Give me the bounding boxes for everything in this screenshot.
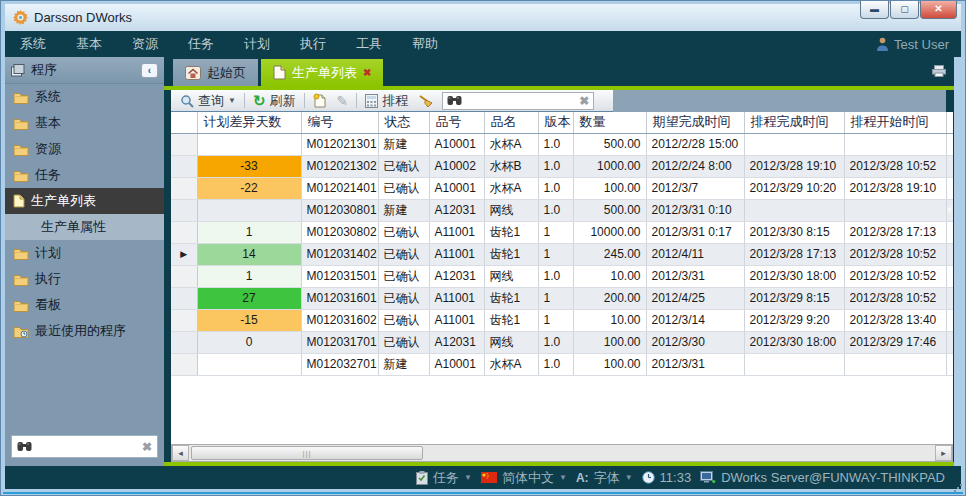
table-row[interactable]: 1M012031501已确认A12031网线1.010.002012/3/312… <box>171 265 953 287</box>
cell-item-name[interactable]: 水杯A <box>484 353 538 375</box>
cell-plan-diff-days[interactable]: 27 <box>197 287 301 309</box>
column-header-7[interactable]: 期望完成时间 <box>646 112 744 133</box>
cell-sched-finish-time[interactable]: 2012/3/29 8:15 <box>744 287 844 309</box>
cell-status[interactable]: 已确认 <box>378 287 429 309</box>
table-row[interactable]: ▶14M012031402已确认A11001齿轮11245.002012/4/1… <box>171 243 953 265</box>
cell-partial[interactable] <box>946 287 953 309</box>
table-row[interactable]: 0M012031701已确认A12031网线1.0100.002012/3/30… <box>171 331 953 353</box>
cell-sched-finish-time[interactable]: 2012/3/29 9:20 <box>744 309 844 331</box>
chevron-left-icon[interactable]: ‹ <box>141 63 158 78</box>
cell-expected-finish-time[interactable]: 2012/3/31 <box>646 265 744 287</box>
cell-version[interactable]: 1 <box>538 243 573 265</box>
cell-sched-start-time[interactable]: 2012/3/28 13:40 <box>844 309 946 331</box>
sidebar-item-0[interactable]: 系统 <box>5 84 164 110</box>
cell-quantity[interactable]: 500.00 <box>573 133 646 155</box>
cell-sched-start-time[interactable] <box>844 199 946 221</box>
chevron-down-icon[interactable]: ▼ <box>625 473 633 482</box>
row-indicator[interactable] <box>171 353 197 375</box>
sidebar-item-2[interactable]: 资源 <box>5 136 164 162</box>
scrollbar-thumb[interactable]: ||| <box>191 446 423 460</box>
cell-item-no[interactable]: A12031 <box>429 331 484 353</box>
cell-expected-finish-time[interactable]: 2012/2/24 8:00 <box>646 155 744 177</box>
row-indicator[interactable] <box>171 309 197 331</box>
cell-order-no[interactable]: M012021302 <box>301 155 378 177</box>
cell-version[interactable]: 1 <box>538 309 573 331</box>
row-indicator[interactable] <box>171 265 197 287</box>
cell-version[interactable]: 1.0 <box>538 155 573 177</box>
clean-button[interactable] <box>413 91 438 111</box>
cell-item-name[interactable]: 齿轮1 <box>484 221 538 243</box>
cell-item-no[interactable]: A10001 <box>429 353 484 375</box>
maximize-button[interactable]: ▢ <box>890 1 919 19</box>
sidebar-item-7[interactable]: 执行 <box>5 266 164 292</box>
cell-quantity[interactable]: 500.00 <box>573 199 646 221</box>
close-icon[interactable]: ✖ <box>579 94 589 108</box>
cell-expected-finish-time[interactable]: 2012/3/14 <box>646 309 744 331</box>
row-indicator[interactable] <box>171 177 197 199</box>
edit-button[interactable]: ✎ <box>332 91 354 111</box>
column-header-4[interactable]: 品名 <box>484 112 538 133</box>
cell-version[interactable]: 1.0 <box>538 265 573 287</box>
cell-item-name[interactable]: 网线 <box>484 331 538 353</box>
table-row[interactable]: M012030801新建A12031网线1.0500.002012/3/31 0… <box>171 199 953 221</box>
cell-status[interactable]: 新建 <box>378 199 429 221</box>
printer-icon[interactable] <box>932 65 946 77</box>
cell-item-name[interactable]: 齿轮1 <box>484 309 538 331</box>
cell-sched-finish-time[interactable]: 2012/3/29 10:20 <box>744 177 844 199</box>
sidebar-item-5[interactable]: 生产单属性 <box>5 214 164 240</box>
cell-status[interactable]: 新建 <box>378 133 429 155</box>
cell-expected-finish-time[interactable]: 2012/3/31 <box>646 353 744 375</box>
cell-status[interactable]: 已确认 <box>378 177 429 199</box>
cell-quantity[interactable]: 1000.00 <box>573 155 646 177</box>
cell-order-no[interactable]: M012031701 <box>301 331 378 353</box>
cell-sched-finish-time[interactable] <box>744 353 844 375</box>
cell-sched-finish-time[interactable] <box>744 133 844 155</box>
cell-order-no[interactable]: M012031602 <box>301 309 378 331</box>
cell-plan-diff-days[interactable]: -15 <box>197 309 301 331</box>
cell-quantity[interactable]: 10000.00 <box>573 221 646 243</box>
table-row[interactable]: -33M012021302已确认A10002水杯B1.01000.002012/… <box>171 155 953 177</box>
sidebar-item-9[interactable]: 最近使用的程序 <box>5 318 164 344</box>
menu-item-2[interactable]: 资源 <box>117 31 173 57</box>
cell-status[interactable]: 已确认 <box>378 243 429 265</box>
cell-partial[interactable] <box>946 265 953 287</box>
cell-item-name[interactable]: 齿轮1 <box>484 243 538 265</box>
menu-item-1[interactable]: 基本 <box>61 31 117 57</box>
cell-item-no[interactable]: A11001 <box>429 221 484 243</box>
new-button[interactable] <box>308 91 332 111</box>
cell-status[interactable]: 已确认 <box>378 155 429 177</box>
column-header-2[interactable]: 状态 <box>378 112 429 133</box>
cell-sched-start-time[interactable]: 2012/3/28 19:10 <box>844 177 946 199</box>
menu-item-3[interactable]: 任务 <box>173 31 229 57</box>
cell-item-name[interactable]: 水杯A <box>484 177 538 199</box>
cell-sched-start-time[interactable]: 2012/3/28 10:52 <box>844 243 946 265</box>
status-font[interactable]: A: 字体 ▼ <box>576 469 633 487</box>
status-server[interactable]: DWorks Server@FUNWAY-THINKPAD <box>700 470 945 485</box>
cell-order-no[interactable]: M012032701 <box>301 353 378 375</box>
cell-partial[interactable] <box>946 331 953 353</box>
cell-plan-diff-days[interactable]: 0 <box>197 331 301 353</box>
cell-order-no[interactable]: M012030802 <box>301 221 378 243</box>
tab-start-page[interactable]: 起始页 <box>173 59 258 86</box>
cell-version[interactable]: 1.0 <box>538 199 573 221</box>
cell-plan-diff-days[interactable]: 1 <box>197 221 301 243</box>
cell-status[interactable]: 已确认 <box>378 309 429 331</box>
selected-row-arrow-icon[interactable]: ▶ <box>171 243 197 265</box>
cell-sched-finish-time[interactable]: 2012/3/28 17:13 <box>744 243 844 265</box>
cell-expected-finish-time[interactable]: 2012/4/25 <box>646 287 744 309</box>
cell-quantity[interactable]: 100.00 <box>573 353 646 375</box>
row-marker[interactable]: # <box>946 199 953 221</box>
cell-plan-diff-days[interactable]: 14 <box>197 243 301 265</box>
cell-quantity[interactable]: 100.00 <box>573 177 646 199</box>
row-indicator[interactable] <box>171 331 197 353</box>
column-header-0[interactable]: 计划差异天数 <box>197 112 301 133</box>
cell-sched-start-time[interactable]: 2012/3/28 17:13 <box>844 221 946 243</box>
tab-production-order-list[interactable]: 生产单列表 ✖ <box>261 59 383 86</box>
column-header-partial[interactable]: 前 <box>946 112 953 133</box>
cell-version[interactable]: 1 <box>538 221 573 243</box>
cell-item-no[interactable]: A10001 <box>429 177 484 199</box>
cell-plan-diff-days[interactable]: -33 <box>197 155 301 177</box>
row-indicator[interactable] <box>171 221 197 243</box>
cell-sched-start-time[interactable] <box>844 133 946 155</box>
resize-grip[interactable] <box>953 483 962 492</box>
